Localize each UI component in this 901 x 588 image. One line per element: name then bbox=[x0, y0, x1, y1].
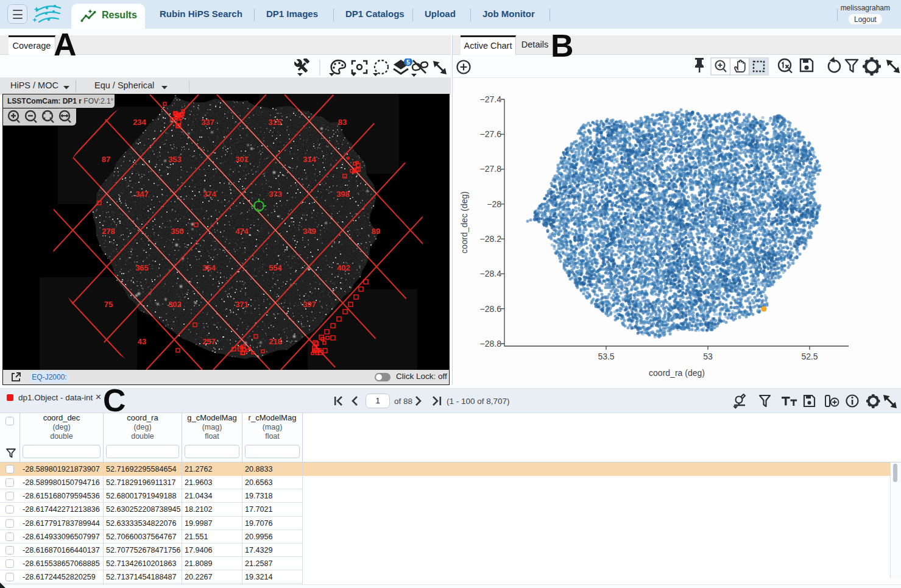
svg-text:278: 278 bbox=[102, 227, 115, 236]
svg-text:371: 371 bbox=[235, 300, 249, 309]
svg-text:365: 365 bbox=[135, 263, 149, 272]
svg-text:314: 314 bbox=[303, 155, 316, 164]
svg-text:−28.2: −28.2 bbox=[480, 234, 502, 244]
svg-text:−28.4: −28.4 bbox=[480, 269, 502, 278]
svg-text:353: 353 bbox=[168, 155, 182, 164]
svg-text:474: 474 bbox=[235, 227, 249, 236]
svg-text:397: 397 bbox=[303, 300, 316, 309]
svg-text:350: 350 bbox=[171, 227, 184, 236]
svg-text:315: 315 bbox=[268, 118, 281, 127]
svg-text:354: 354 bbox=[202, 263, 216, 272]
svg-text:−28: −28 bbox=[487, 199, 501, 209]
svg-text:302: 302 bbox=[168, 300, 182, 309]
svg-text:−27.4: −27.4 bbox=[480, 94, 502, 104]
svg-text:−28.8: −28.8 bbox=[480, 339, 502, 349]
svg-text:218: 218 bbox=[269, 337, 282, 346]
svg-text:349: 349 bbox=[303, 227, 316, 236]
svg-text:402: 402 bbox=[337, 263, 350, 272]
svg-text:−27.8: −27.8 bbox=[480, 164, 502, 174]
svg-text:301: 301 bbox=[235, 155, 249, 164]
svg-text:coord_dec (deg): coord_dec (deg) bbox=[459, 191, 469, 253]
svg-text:coord_ra (deg): coord_ra (deg) bbox=[649, 368, 705, 378]
svg-text:75: 75 bbox=[104, 300, 113, 309]
svg-text:337: 337 bbox=[201, 118, 214, 127]
svg-text:5: 5 bbox=[406, 58, 410, 66]
svg-text:87: 87 bbox=[102, 155, 110, 164]
svg-text:347: 347 bbox=[135, 190, 149, 199]
svg-text:554: 554 bbox=[269, 263, 282, 272]
svg-text:53.5: 53.5 bbox=[598, 352, 614, 361]
svg-text:234: 234 bbox=[133, 118, 146, 127]
svg-text:52.5: 52.5 bbox=[801, 352, 818, 361]
svg-text:398: 398 bbox=[336, 190, 350, 199]
svg-text:−28.6: −28.6 bbox=[480, 304, 502, 314]
svg-text:53: 53 bbox=[703, 352, 713, 361]
svg-text:374: 374 bbox=[203, 190, 216, 199]
svg-text:373: 373 bbox=[269, 190, 282, 199]
svg-text:257: 257 bbox=[202, 337, 216, 346]
svg-text:89: 89 bbox=[372, 227, 380, 236]
svg-text:83: 83 bbox=[338, 118, 347, 127]
svg-text:−27.6: −27.6 bbox=[480, 129, 502, 139]
svg-text:43: 43 bbox=[138, 337, 146, 346]
